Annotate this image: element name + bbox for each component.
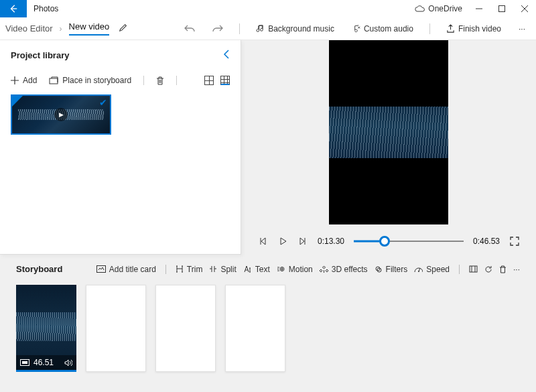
- scrub-knob[interactable]: [379, 236, 390, 247]
- split-label: Split: [220, 265, 236, 274]
- effects-icon: [320, 265, 328, 273]
- back-button[interactable]: [0, 0, 27, 17]
- separator: [459, 265, 460, 274]
- pencil-icon: [119, 23, 128, 32]
- text-button[interactable]: Text: [243, 265, 270, 274]
- finish-video-button[interactable]: Finish video: [441, 17, 507, 40]
- undo-button[interactable]: [179, 17, 200, 40]
- next-frame-button[interactable]: [297, 237, 308, 245]
- trash-icon: [499, 265, 507, 273]
- custom-audio-label: Custom audio: [364, 24, 413, 34]
- undo-icon: [184, 24, 195, 34]
- rotate-button[interactable]: [484, 265, 492, 273]
- collapse-library-button[interactable]: [223, 50, 230, 61]
- text-icon: [243, 265, 252, 273]
- fullscreen-button[interactable]: [509, 237, 520, 246]
- ellipsis-icon: ···: [519, 24, 525, 34]
- maximize-button[interactable]: [490, 0, 513, 17]
- redo-button[interactable]: [207, 17, 228, 40]
- custom-audio-button[interactable]: Custom audio: [346, 17, 419, 40]
- step-forward-icon: [299, 237, 307, 245]
- background-music-button[interactable]: Background music: [251, 17, 340, 40]
- selected-check-icon: ✔: [99, 97, 107, 108]
- preview-video[interactable]: [329, 40, 448, 224]
- place-in-storyboard-button[interactable]: Place in storyboard: [49, 76, 131, 85]
- motion-button[interactable]: Motion: [277, 265, 313, 274]
- svg-rect-0: [499, 6, 505, 12]
- delete-media-button[interactable]: [156, 76, 164, 85]
- split-icon: [209, 265, 217, 273]
- clip-footer: 46.51: [16, 355, 76, 370]
- clip-duration: 46.51: [34, 358, 54, 367]
- close-icon: [521, 5, 528, 12]
- fullscreen-icon: [510, 237, 519, 246]
- speed-button[interactable]: Speed: [414, 265, 450, 274]
- export-icon: [446, 24, 455, 33]
- storyboard-empty-slot[interactable]: [155, 285, 216, 372]
- main-area: Project library Add Place in storyboard: [0, 40, 536, 255]
- 3d-effects-button[interactable]: 3D effects: [320, 265, 368, 274]
- storyboard-clip[interactable]: 46.51: [16, 285, 76, 372]
- play-button[interactable]: [277, 237, 288, 245]
- preview-pane: 0:13.30 0:46.53: [241, 40, 536, 255]
- trash-icon: [156, 76, 164, 85]
- library-clip-thumbnail[interactable]: ▶ ✔: [11, 94, 111, 135]
- scrubber[interactable]: [354, 240, 464, 243]
- step-back-icon: [259, 237, 267, 245]
- delete-clip-button[interactable]: [499, 265, 507, 273]
- breadcrumb-current[interactable]: New video: [69, 21, 110, 36]
- play-icon: [279, 237, 287, 245]
- onedrive-button[interactable]: OneDrive: [409, 4, 468, 13]
- frame-icon: [20, 359, 29, 366]
- resize-button[interactable]: [469, 265, 478, 273]
- add-title-card-button[interactable]: Add title card: [96, 265, 156, 274]
- prev-frame-button[interactable]: [257, 237, 268, 245]
- audio-icon: [352, 24, 360, 33]
- rename-button[interactable]: [119, 23, 128, 34]
- trim-icon: [176, 265, 184, 273]
- place-label: Place in storyboard: [62, 76, 131, 85]
- split-button[interactable]: Split: [209, 265, 236, 274]
- breadcrumb-root[interactable]: Video Editor: [5, 23, 53, 34]
- clip-image: [16, 312, 76, 341]
- motion-label: Motion: [289, 265, 313, 274]
- header-row: Video Editor › New video Background musi…: [0, 17, 536, 40]
- storyboard-clips: 46.51: [16, 285, 520, 372]
- filters-icon: [375, 265, 383, 273]
- cloud-icon: [415, 5, 425, 12]
- separator: [165, 265, 166, 274]
- plus-icon: [11, 76, 19, 84]
- trim-button[interactable]: Trim: [176, 265, 203, 274]
- music-icon: [256, 24, 265, 33]
- add-label: Add: [23, 76, 37, 85]
- trim-label: Trim: [187, 265, 203, 274]
- onedrive-label: OneDrive: [428, 4, 462, 13]
- rotate-icon: [484, 265, 492, 273]
- chevron-right-icon: ›: [60, 24, 62, 34]
- more-button[interactable]: ···: [513, 17, 531, 40]
- filters-button[interactable]: Filters: [375, 265, 408, 274]
- minimize-button[interactable]: [468, 0, 490, 17]
- separator: [239, 23, 240, 34]
- close-button[interactable]: [513, 0, 536, 17]
- effects-label: 3D effects: [332, 265, 368, 274]
- add-media-button[interactable]: Add: [11, 76, 37, 85]
- svg-rect-9: [22, 361, 27, 364]
- svg-point-6: [418, 271, 419, 272]
- speed-label: Speed: [426, 265, 450, 274]
- storyboard-empty-slot[interactable]: [225, 285, 285, 372]
- view-grid-small-button[interactable]: [204, 76, 214, 85]
- view-grid-large-button[interactable]: [220, 76, 230, 85]
- volume-icon: [64, 359, 72, 367]
- svg-rect-7: [470, 266, 477, 272]
- separator: [143, 76, 144, 85]
- separator: [429, 23, 430, 34]
- storyboard-more-button[interactable]: ···: [513, 265, 520, 274]
- svg-rect-1: [50, 78, 58, 84]
- total-time: 0:46.53: [473, 237, 500, 246]
- playback-controls: 0:13.30 0:46.53: [241, 237, 536, 246]
- storyboard-empty-slot[interactable]: [86, 285, 146, 372]
- text-label: Text: [255, 265, 270, 274]
- speed-icon: [414, 265, 423, 273]
- storyboard-section: Storyboard Add title card Trim Split Tex…: [0, 255, 536, 372]
